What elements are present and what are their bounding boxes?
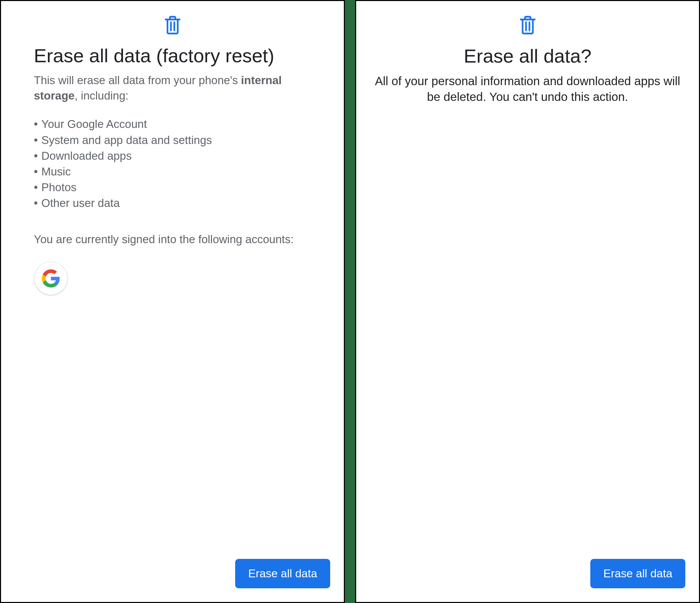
bullet-text: Downloaded apps [41, 148, 132, 164]
signed-in-text: You are currently signed into the follow… [34, 232, 311, 247]
bullet-text: Photos [41, 180, 77, 195]
header-icon-wrap [368, 15, 687, 35]
confirmation-text: All of your personal information and dow… [368, 73, 687, 104]
subtitle-post: , including: [75, 89, 129, 102]
page-title: Erase all data? [368, 45, 687, 67]
bullet-list: •Your Google Account •System and app dat… [34, 116, 311, 211]
subtitle-pre: This will erase all data from your phone… [34, 74, 241, 87]
list-item: •Photos [34, 180, 311, 195]
trash-icon [520, 15, 536, 35]
bullet-text: Your Google Account [41, 116, 147, 132]
content-area: Erase all data (factory reset) This will… [13, 45, 332, 295]
header-icon-wrap [13, 15, 332, 35]
bullet-text: Music [41, 164, 71, 180]
list-item: •Downloaded apps [34, 148, 311, 164]
subtitle-text: This will erase all data from your phone… [34, 73, 311, 103]
bullet-text: Other user data [41, 195, 120, 211]
page-title: Erase all data (factory reset) [34, 45, 311, 67]
list-item: •Music [34, 164, 311, 180]
trash-icon [164, 15, 181, 35]
erase-all-data-button[interactable]: Erase all data [590, 559, 685, 588]
bullet-text: System and app data and settings [41, 132, 212, 148]
google-logo-icon [41, 268, 61, 288]
factory-reset-screen: Erase all data (factory reset) This will… [0, 0, 345, 603]
list-item: •System and app data and settings [34, 132, 311, 148]
list-item: •Your Google Account [34, 116, 311, 132]
confirm-erase-screen: Erase all data? All of your personal inf… [355, 0, 700, 603]
list-item: •Other user data [34, 195, 311, 211]
erase-all-data-button[interactable]: Erase all data [235, 559, 330, 588]
account-avatar[interactable] [35, 262, 67, 295]
